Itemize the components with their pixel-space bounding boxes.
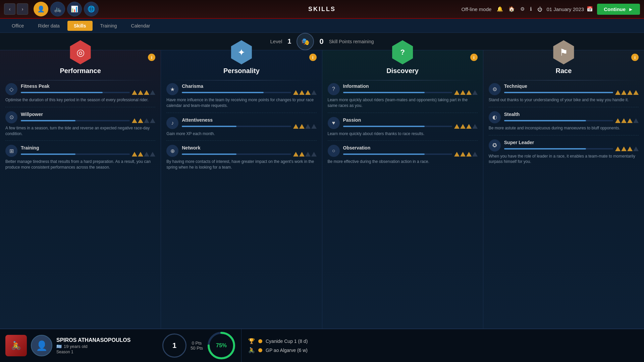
triangle-2[interactable]: [138, 152, 143, 157]
training-desc: Better manage tiredness that results fro…: [5, 159, 155, 170]
willpower-icon: ⊙: [5, 111, 17, 123]
triangle-1[interactable]: [454, 152, 460, 157]
skill-network-header: ⊕ Network: [166, 145, 316, 157]
nav-icon-team[interactable]: 🚲: [50, 2, 65, 16]
gear-icon[interactable]: ⚙: [520, 6, 525, 12]
power-icon[interactable]: ⏻: [537, 6, 542, 12]
triangle-1[interactable]: [454, 124, 460, 129]
triangle-4[interactable]: [150, 118, 155, 123]
nav-next[interactable]: ›: [17, 3, 28, 15]
triangle-2[interactable]: [621, 146, 627, 151]
triangle-2[interactable]: [460, 152, 466, 157]
triangle-1[interactable]: [132, 90, 137, 95]
triangle-4[interactable]: [472, 152, 478, 157]
triangle-1[interactable]: [132, 118, 137, 123]
triangle-4[interactable]: [633, 146, 639, 151]
tab-rider-data[interactable]: Rider data: [32, 21, 66, 31]
tab-calendar[interactable]: Calendar: [125, 21, 157, 31]
race-divider: [489, 80, 639, 80]
triangle-2[interactable]: [621, 90, 627, 95]
avatar-icon: 👤: [36, 340, 48, 351]
triangle-2[interactable]: [621, 118, 627, 123]
nav-icon-rider[interactable]: 👤: [34, 2, 48, 16]
triangle-3[interactable]: [305, 124, 311, 129]
triangle-3[interactable]: [305, 90, 311, 95]
observation-bar-container: [343, 152, 478, 157]
stealth-icon: ◐: [489, 111, 501, 123]
triangle-4[interactable]: [150, 152, 155, 157]
charisma-bar: Charisma: [182, 83, 316, 95]
triangle-1[interactable]: [293, 124, 299, 129]
attentiveness-triangles: [293, 124, 317, 129]
home-icon[interactable]: 🏠: [508, 6, 515, 12]
calendar-icon[interactable]: 📅: [587, 6, 593, 12]
top-right: Off-line mode 🔔 🏠 ⚙ ℹ ⏻ 01 January 2023 …: [462, 4, 640, 15]
skill-observation: ○ Observation: [328, 145, 478, 169]
nav-arrows: ‹ ›: [4, 3, 28, 15]
triangle-3[interactable]: [305, 152, 311, 157]
triangle-1[interactable]: [615, 118, 621, 123]
triangle-1[interactable]: [132, 152, 137, 157]
attentiveness-bar: Attentiveness: [182, 117, 316, 129]
triangle-3[interactable]: [466, 124, 472, 129]
skill-stealth: ◐ Stealth: [489, 111, 639, 135]
technique-progress-bar: [504, 92, 613, 93]
super-leader-desc: When you have the role of leader in a ra…: [489, 154, 639, 165]
triangle-2[interactable]: [460, 124, 466, 129]
willpower-triangles: [132, 118, 155, 123]
triangle-4[interactable]: [150, 90, 155, 95]
triangle-3[interactable]: [144, 90, 149, 95]
triangle-4[interactable]: [311, 90, 317, 95]
triangle-1[interactable]: [454, 90, 460, 95]
triangle-4[interactable]: [311, 124, 317, 129]
triangle-1[interactable]: [293, 90, 299, 95]
skill-passion-header: ♥ Passion: [328, 117, 478, 129]
technique-bar-container: [504, 90, 639, 95]
triangle-1[interactable]: [293, 152, 299, 157]
triangle-3[interactable]: [627, 146, 633, 151]
triangle-3[interactable]: [466, 152, 472, 157]
progress-pct: 75%: [207, 331, 236, 360]
charisma-icon: ★: [166, 83, 178, 95]
triangle-4[interactable]: [311, 152, 317, 157]
triangle-3[interactable]: [627, 90, 633, 95]
triangle-2[interactable]: [138, 118, 143, 123]
triangle-3[interactable]: [144, 118, 149, 123]
nav-prev[interactable]: ‹: [4, 3, 15, 15]
nav-icon-globe[interactable]: 🌐: [84, 2, 99, 16]
triangle-1[interactable]: [615, 146, 621, 151]
nav-icon-stats[interactable]: 📊: [67, 2, 82, 16]
triangle-3[interactable]: [466, 90, 472, 95]
info-btn-discovery[interactable]: i: [470, 54, 478, 61]
triangle-4[interactable]: [472, 90, 478, 95]
technique-name: Technique: [504, 83, 639, 89]
triangle-4[interactable]: [633, 90, 639, 95]
continue-button[interactable]: Continue ►: [597, 4, 640, 15]
fitness-peak-name: Fitness Peak: [21, 83, 155, 89]
tab-office[interactable]: Office: [5, 21, 30, 31]
tab-training[interactable]: Training: [94, 21, 123, 31]
triangle-2[interactable]: [138, 90, 143, 95]
performance-title: Performance: [60, 67, 101, 75]
triangle-4[interactable]: [633, 118, 639, 123]
triangle-2[interactable]: [299, 152, 305, 157]
triangle-4[interactable]: [472, 124, 478, 129]
bell-icon[interactable]: 🔔: [497, 6, 503, 12]
tab-skills[interactable]: Skills: [67, 21, 93, 31]
race-item-0: 🏆 Cyanide Cup 1 (8 d): [248, 338, 637, 344]
triangle-1[interactable]: [615, 90, 621, 95]
attentiveness-desc: Gain more XP each month.: [166, 131, 316, 137]
system-icons: Off-line mode 🔔 🏠 ⚙ ℹ ⏻: [462, 6, 543, 12]
observation-desc: Be more effective during the observation…: [328, 159, 478, 165]
continue-label: Continue: [604, 6, 626, 12]
info-btn-personality[interactable]: i: [309, 54, 317, 61]
triangle-2[interactable]: [299, 90, 305, 95]
info-btn-race[interactable]: i: [631, 54, 639, 61]
triangle-3[interactable]: [144, 152, 149, 157]
personality-header: ✦ Personality: [166, 40, 316, 76]
training-triangles: [132, 152, 155, 157]
triangle-2[interactable]: [460, 90, 466, 95]
triangle-2[interactable]: [299, 124, 305, 129]
info-icon[interactable]: ℹ: [530, 6, 532, 12]
triangle-3[interactable]: [627, 118, 633, 123]
